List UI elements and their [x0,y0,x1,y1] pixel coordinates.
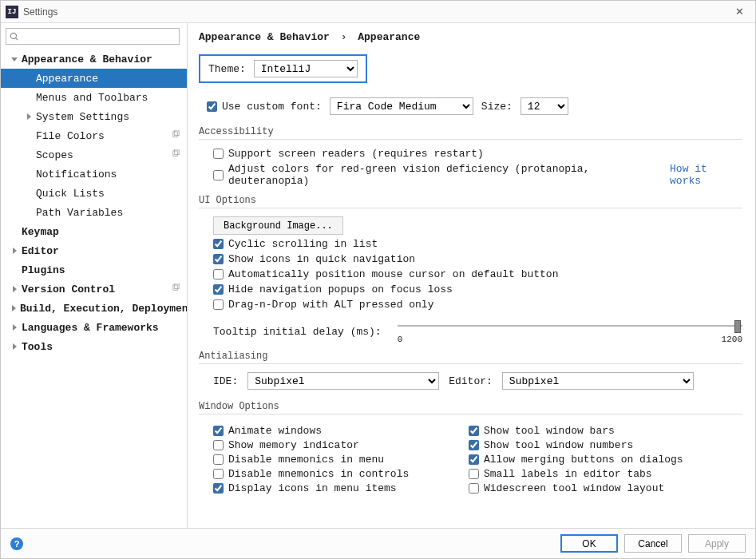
theme-selector-region: Theme: IntelliJ [199,54,367,83]
font-family-combo[interactable]: Fira Code Medium [330,97,473,115]
tree-indent [25,132,33,140]
sidebar-item-path-variables[interactable]: Path Variables [1,203,187,222]
drag-alt-checkbox[interactable]: Drag-n-Drop with ALT pressed only [213,299,433,311]
sidebar-item-languages-frameworks[interactable]: Languages & Frameworks [1,318,187,337]
window-option-disable-mnemonics-in-menu[interactable]: Disable mnemonics in menu [213,454,384,466]
chevron-right-icon[interactable] [25,113,33,121]
window-options-heading: Window Options [199,401,742,414]
chevron-down-icon[interactable] [10,55,18,63]
window-option-widescreen-tool-window-layout[interactable]: Widescreen tool window layout [469,482,664,494]
window-option-small-labels-in-editor-tabs[interactable]: Small labels in editor tabs [469,468,652,480]
chevron-right-icon[interactable] [10,247,18,255]
sidebar-item-build-execution-deployment[interactable]: Build, Execution, Deployment [1,299,187,318]
sidebar-item-label: Keymap [22,226,59,238]
sidebar-item-label: Editor [22,245,59,257]
aa-editor-combo[interactable]: Subpixel [502,372,694,390]
project-scope-icon [172,149,180,161]
search-input-wrap[interactable] [6,28,180,45]
chevron-right-icon[interactable] [10,285,18,293]
chevron-right-icon[interactable] [10,343,18,351]
tree-indent [25,189,33,197]
sidebar-item-system-settings[interactable]: System Settings [1,107,187,126]
sidebar-item-scopes[interactable]: Scopes [1,145,187,165]
svg-rect-5 [175,283,180,288]
project-scope-icon [172,283,180,295]
tree-indent [10,266,18,274]
ok-button[interactable]: OK [560,534,618,553]
sidebar-item-version-control[interactable]: Version Control [1,280,187,299]
chevron-right-icon[interactable] [10,323,18,331]
settings-tree[interactable]: Appearance & BehaviorAppearanceMenus and… [1,48,187,528]
search-input[interactable] [22,30,176,43]
help-icon[interactable]: ? [10,537,23,550]
sidebar-item-file-colors[interactable]: File Colors [1,126,187,145]
window-title: Settings [23,6,728,18]
sidebar-item-editor[interactable]: Editor [1,241,187,260]
window-option-animate-windows[interactable]: Animate windows [213,425,322,437]
sidebar-item-label: File Colors [36,130,105,142]
window-option-show-tool-window-bars[interactable]: Show tool window bars [469,425,615,437]
hide-popups-checkbox[interactable]: Hide navigation popups on focus loss [213,283,453,295]
tree-indent [25,208,33,216]
sidebar-item-tools[interactable]: Tools [1,337,187,356]
sidebar-item-notifications[interactable]: Notifications [1,165,187,184]
sidebar-item-label: Quick Lists [36,188,105,200]
tree-indent [10,228,18,236]
sidebar-item-label: Version Control [22,283,115,295]
auto-mouse-checkbox[interactable]: Automatically position mouse cursor on d… [213,268,558,280]
tree-indent [25,93,33,101]
window-option-allow-merging-buttons-on-dialogs[interactable]: Allow merging buttons on dialogs [469,454,683,466]
window-option-show-tool-window-numbers[interactable]: Show tool window numbers [469,439,633,451]
sidebar-item-menus-and-toolbars[interactable]: Menus and Toolbars [1,88,187,107]
accessibility-heading: Accessibility [199,126,742,140]
app-icon: IJ [6,6,18,18]
sidebar-item-plugins[interactable]: Plugins [1,260,187,280]
svg-rect-3 [175,149,180,154]
theme-combo[interactable]: IntelliJ [254,60,358,77]
window-option-show-memory-indicator[interactable]: Show memory indicator [213,439,359,451]
sidebar-item-quick-lists[interactable]: Quick Lists [1,184,187,203]
sidebar-item-label: Path Variables [36,207,123,219]
sidebar-item-label: Notifications [36,168,117,180]
dialog-button-bar: ? OK Cancel Apply [1,528,755,558]
quick-nav-icons-checkbox[interactable]: Show icons in quick navigation [213,253,415,265]
sidebar-item-appearance-behavior[interactable]: Appearance & Behavior [1,50,187,69]
search-icon [10,32,19,42]
aa-ide-combo[interactable]: Subpixel [247,372,439,390]
sidebar-item-label: Languages & Frameworks [22,322,159,334]
use-custom-font-checkbox[interactable]: Use custom font: [207,101,322,113]
window-option-display-icons-in-menu-items[interactable]: Display icons in menu items [213,482,397,494]
settings-main-panel: Appearance & Behavior › Appearance Theme… [188,23,755,528]
sidebar-item-appearance[interactable]: Appearance [1,69,187,88]
ui-options-heading: UI Options [199,195,742,208]
aa-ide-label: IDE: [213,375,238,387]
slider-thumb[interactable] [734,320,741,333]
aa-editor-label: Editor: [449,375,493,387]
background-image-button[interactable]: Background Image... [213,216,343,235]
font-size-combo[interactable]: 12 [520,97,568,115]
sidebar-item-label: System Settings [36,111,129,123]
close-icon[interactable]: ✕ [728,6,750,18]
cyclic-scrolling-checkbox[interactable]: Cyclic scrolling in list [213,238,378,250]
svg-rect-1 [175,130,180,135]
screen-readers-checkbox[interactable]: Support screen readers (requires restart… [213,148,484,160]
window-option-disable-mnemonics-in-controls[interactable]: Disable mnemonics in controls [213,468,409,480]
sidebar-item-label: Plugins [22,264,65,276]
font-size-label: Size: [481,101,513,113]
chevron-right-icon[interactable] [10,304,17,312]
svg-rect-4 [173,284,178,289]
sidebar-item-label: Scopes [36,149,73,161]
project-scope-icon [172,130,180,142]
apply-button[interactable]: Apply [688,534,746,553]
breadcrumb: Appearance & Behavior › Appearance [199,31,742,43]
cancel-button[interactable]: Cancel [624,534,682,553]
tree-indent [25,151,33,159]
breadcrumb-separator: › [341,31,347,43]
antialiasing-heading: Antialiasing [199,351,742,364]
tooltip-delay-slider[interactable]: 0 1200 [398,320,742,343]
sidebar-item-label: Appearance [36,73,98,85]
sidebar-item-label: Tools [22,341,53,353]
how-it-works-link[interactable]: How it works [670,163,742,187]
sidebar-item-keymap[interactable]: Keymap [1,222,187,241]
color-deficiency-checkbox[interactable]: Adjust colors for red-green vision defic… [213,163,663,187]
